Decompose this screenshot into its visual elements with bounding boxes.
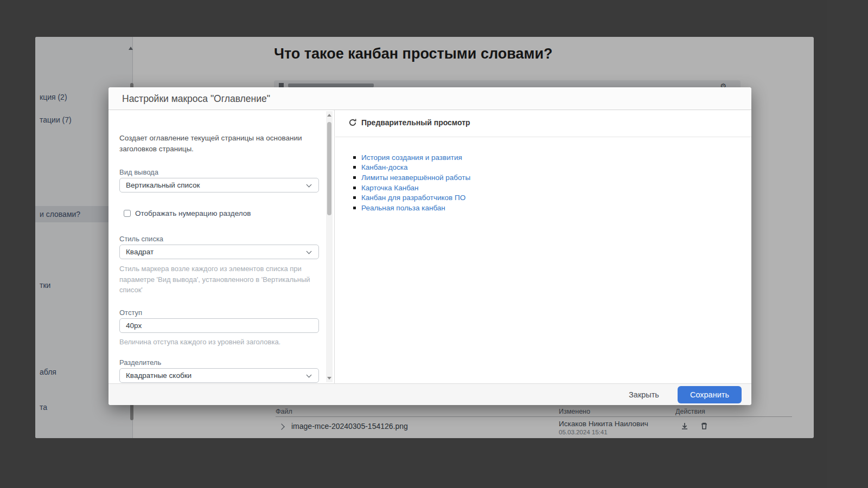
toc-link[interactable]: Реальная польза канбан [361, 204, 445, 212]
numbering-checkbox[interactable] [124, 210, 131, 217]
list-item: История создания и развития [353, 152, 470, 163]
scroll-down-icon[interactable] [327, 377, 331, 380]
close-button[interactable]: Закрыть [629, 390, 659, 399]
macro-settings-dialog: Настройки макроса "Оглавление" Создает о… [108, 87, 751, 405]
list-style-value: Квадрат [126, 248, 154, 256]
form-scrollbar[interactable] [326, 111, 333, 382]
list-item: Лимиты незавершённой работы [353, 172, 470, 183]
separator-select[interactable]: Квадратные скобки [119, 368, 319, 383]
list-item: Реальная польза канбан [353, 203, 470, 213]
scroll-up-icon[interactable] [327, 114, 331, 117]
square-bullet-icon [353, 166, 356, 169]
square-bullet-icon [353, 187, 356, 189]
dialog-title: Настройки макроса "Оглавление" [122, 93, 270, 105]
square-bullet-icon [353, 196, 356, 199]
separator-value: Квадратные скобки [126, 371, 192, 380]
indent-help: Величина отступа каждого из уровней заго… [119, 337, 317, 348]
chevron-down-icon [307, 249, 312, 254]
numbering-checkbox-row[interactable]: Отображать нумерацию разделов [124, 209, 251, 217]
preview-header-label: Предварительный просмотр [361, 118, 470, 127]
indent-label: Отступ [119, 309, 142, 317]
list-item: Карточка Канбан [353, 183, 470, 193]
chevron-down-icon [307, 182, 312, 188]
square-bullet-icon [353, 176, 356, 179]
list-item: Канбан-доска [353, 163, 470, 173]
dialog-body: Создает оглавление текущей страницы на о… [108, 110, 751, 383]
toc-link[interactable]: Канбан-доска [361, 163, 408, 171]
toc-link[interactable]: История создания и развития [361, 153, 462, 162]
separator-label: Разделитель [119, 358, 161, 367]
output-kind-select[interactable]: Вертикальный список [119, 178, 319, 192]
list-style-select[interactable]: Квадрат [119, 245, 319, 259]
preview-header: Предварительный просмотр [348, 118, 470, 127]
list-item: Канбан для разработчиков ПО [353, 192, 470, 203]
preview-divider [335, 137, 751, 137]
macro-form-pane: Создает оглавление текущей страницы на о… [108, 110, 335, 383]
refresh-icon[interactable] [348, 118, 357, 127]
chevron-down-icon [307, 373, 312, 378]
toc-link[interactable]: Карточка Канбан [361, 184, 419, 192]
macro-description: Создает оглавление текущей страницы на о… [119, 133, 316, 154]
list-style-label: Стиль списка [119, 235, 163, 243]
square-bullet-icon [353, 207, 356, 209]
numbering-checkbox-label: Отображать нумерацию разделов [135, 209, 251, 217]
toc-preview-list: История создания и развития Канбан-доска… [353, 152, 470, 213]
indent-input[interactable]: 40px [119, 318, 319, 333]
output-kind-value: Вертикальный список [126, 181, 200, 189]
screen: кция (2) тации (7) и словами? тки абля т… [0, 0, 868, 488]
preview-pane: Предварительный просмотр История создани… [335, 110, 751, 383]
dialog-footer: Закрыть Сохранить [108, 383, 751, 405]
dialog-header: Настройки макроса "Оглавление" [108, 87, 751, 110]
scrollbar-thumb[interactable] [327, 122, 331, 215]
square-bullet-icon [353, 156, 356, 159]
save-button[interactable]: Сохранить [678, 386, 742, 403]
output-kind-label: Вид вывода [119, 168, 158, 176]
toc-link[interactable]: Лимиты незавершённой работы [361, 174, 470, 182]
list-style-help: Стиль маркера возле каждого из элементов… [119, 264, 317, 296]
toc-link[interactable]: Канбан для разработчиков ПО [361, 194, 465, 202]
